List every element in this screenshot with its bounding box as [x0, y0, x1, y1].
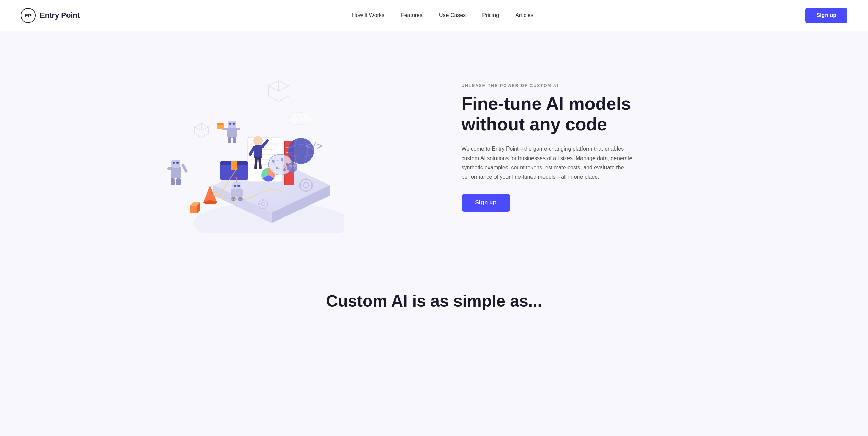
hero-content: UNLEASH THE POWER OF CUSTOM AI Fine-tune…: [441, 83, 848, 212]
svg-point-94: [203, 200, 217, 204]
svg-rect-86: [262, 199, 264, 201]
svg-rect-60: [181, 163, 188, 173]
svg-rect-87: [262, 208, 264, 209]
hero-title-line2: without any code: [462, 114, 607, 134]
svg-line-77: [260, 158, 260, 168]
svg-rect-66: [234, 185, 236, 187]
hero-illustration-svg: </>: [131, 62, 344, 233]
svg-rect-52: [228, 137, 231, 143]
logo-icon: EP: [21, 8, 36, 23]
nav-item-articles[interactable]: Articles: [515, 12, 533, 18]
bottom-title: Custom AI is as simple as...: [21, 292, 847, 310]
svg-rect-61: [167, 167, 172, 170]
svg-rect-48: [229, 123, 231, 125]
svg-rect-47: [228, 121, 236, 128]
svg-rect-55: [217, 123, 224, 125]
bottom-section: Custom AI is as simple as...: [0, 264, 868, 331]
signup-button-nav[interactable]: Sign up: [805, 8, 847, 23]
svg-rect-88: [258, 203, 260, 205]
svg-rect-39: [231, 161, 237, 170]
svg-rect-53: [233, 137, 236, 143]
svg-rect-57: [171, 160, 180, 168]
svg-rect-58: [173, 162, 175, 164]
svg-point-99: [288, 116, 300, 124]
logo[interactable]: EP Entry Point: [21, 8, 80, 23]
hero-illustration: </>: [34, 62, 441, 233]
svg-rect-59: [176, 162, 179, 164]
svg-rect-49: [233, 123, 235, 125]
svg-text:EP: EP: [25, 13, 32, 19]
svg-rect-62: [171, 178, 175, 185]
svg-text:</>: </>: [305, 140, 323, 152]
svg-point-71: [235, 177, 237, 179]
svg-rect-56: [171, 166, 181, 178]
svg-rect-81: [305, 190, 307, 192]
nav-item-pricing[interactable]: Pricing: [482, 12, 499, 18]
svg-line-8: [195, 127, 201, 130]
svg-rect-83: [311, 184, 313, 186]
hero-eyebrow: UNLEASH THE POWER OF CUSTOM AI: [462, 83, 848, 88]
svg-line-5: [279, 86, 289, 91]
svg-rect-63: [176, 178, 181, 185]
nav-item-features[interactable]: Features: [401, 12, 423, 18]
svg-rect-51: [235, 128, 240, 130]
svg-rect-80: [305, 178, 307, 180]
svg-line-4: [268, 86, 279, 91]
svg-rect-64: [231, 189, 243, 197]
nav-links: How It Works Features Use Cases Pricing …: [352, 12, 534, 19]
svg-rect-82: [299, 184, 301, 186]
hero-section: </>: [0, 31, 868, 264]
svg-rect-89: [267, 203, 268, 205]
logo-text: Entry Point: [40, 11, 80, 20]
signup-button-hero[interactable]: Sign up: [462, 194, 510, 212]
hero-title-line1: Fine-tune AI models: [462, 94, 631, 114]
svg-rect-46: [227, 127, 237, 138]
svg-rect-67: [237, 185, 240, 187]
svg-line-76: [256, 158, 256, 168]
hero-description: Welcome to Entry Point—the game-changing…: [462, 144, 640, 181]
svg-point-69: [238, 197, 243, 201]
svg-rect-95: [190, 206, 197, 213]
navbar: EP Entry Point How It Works Features Use…: [0, 0, 868, 31]
svg-point-72: [253, 136, 263, 145]
hero-title: Fine-tune AI models without any code: [462, 94, 848, 135]
svg-line-9: [201, 127, 208, 130]
nav-item-use-cases[interactable]: Use Cases: [439, 12, 466, 18]
nav-item-how-it-works[interactable]: How It Works: [352, 12, 384, 18]
svg-point-100: [299, 116, 311, 124]
